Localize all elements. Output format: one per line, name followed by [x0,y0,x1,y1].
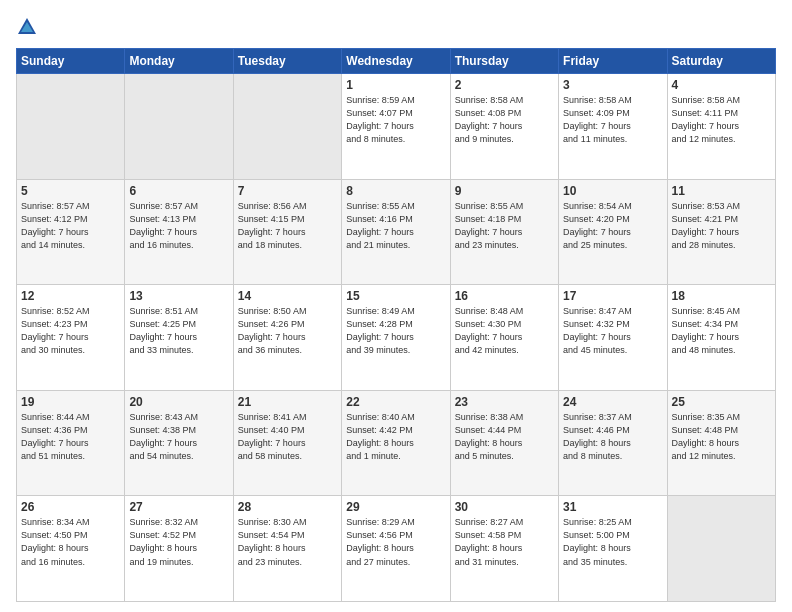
day-number: 26 [21,500,120,514]
day-info: Sunrise: 8:25 AM Sunset: 5:00 PM Dayligh… [563,516,662,568]
day-cell: 26Sunrise: 8:34 AM Sunset: 4:50 PM Dayli… [17,496,125,602]
day-info: Sunrise: 8:40 AM Sunset: 4:42 PM Dayligh… [346,411,445,463]
day-info: Sunrise: 8:57 AM Sunset: 4:12 PM Dayligh… [21,200,120,252]
day-info: Sunrise: 8:56 AM Sunset: 4:15 PM Dayligh… [238,200,337,252]
day-cell: 12Sunrise: 8:52 AM Sunset: 4:23 PM Dayli… [17,285,125,391]
day-cell: 16Sunrise: 8:48 AM Sunset: 4:30 PM Dayli… [450,285,558,391]
day-info: Sunrise: 8:50 AM Sunset: 4:26 PM Dayligh… [238,305,337,357]
day-info: Sunrise: 8:32 AM Sunset: 4:52 PM Dayligh… [129,516,228,568]
day-cell: 18Sunrise: 8:45 AM Sunset: 4:34 PM Dayli… [667,285,775,391]
week-row-5: 26Sunrise: 8:34 AM Sunset: 4:50 PM Dayli… [17,496,776,602]
day-info: Sunrise: 8:44 AM Sunset: 4:36 PM Dayligh… [21,411,120,463]
day-cell: 1Sunrise: 8:59 AM Sunset: 4:07 PM Daylig… [342,74,450,180]
day-cell: 11Sunrise: 8:53 AM Sunset: 4:21 PM Dayli… [667,179,775,285]
calendar-body: 1Sunrise: 8:59 AM Sunset: 4:07 PM Daylig… [17,74,776,602]
day-cell: 5Sunrise: 8:57 AM Sunset: 4:12 PM Daylig… [17,179,125,285]
day-cell: 9Sunrise: 8:55 AM Sunset: 4:18 PM Daylig… [450,179,558,285]
day-cell: 10Sunrise: 8:54 AM Sunset: 4:20 PM Dayli… [559,179,667,285]
day-cell: 30Sunrise: 8:27 AM Sunset: 4:58 PM Dayli… [450,496,558,602]
day-cell: 3Sunrise: 8:58 AM Sunset: 4:09 PM Daylig… [559,74,667,180]
day-number: 11 [672,184,771,198]
day-number: 2 [455,78,554,92]
day-cell: 2Sunrise: 8:58 AM Sunset: 4:08 PM Daylig… [450,74,558,180]
day-number: 17 [563,289,662,303]
day-info: Sunrise: 8:48 AM Sunset: 4:30 PM Dayligh… [455,305,554,357]
day-number: 18 [672,289,771,303]
day-number: 30 [455,500,554,514]
header [16,16,776,38]
day-info: Sunrise: 8:55 AM Sunset: 4:18 PM Dayligh… [455,200,554,252]
day-info: Sunrise: 8:43 AM Sunset: 4:38 PM Dayligh… [129,411,228,463]
day-number: 21 [238,395,337,409]
week-row-2: 5Sunrise: 8:57 AM Sunset: 4:12 PM Daylig… [17,179,776,285]
weekday-friday: Friday [559,49,667,74]
weekday-row: SundayMondayTuesdayWednesdayThursdayFrid… [17,49,776,74]
day-info: Sunrise: 8:58 AM Sunset: 4:09 PM Dayligh… [563,94,662,146]
day-cell [667,496,775,602]
day-number: 24 [563,395,662,409]
day-cell: 28Sunrise: 8:30 AM Sunset: 4:54 PM Dayli… [233,496,341,602]
day-number: 12 [21,289,120,303]
day-cell: 20Sunrise: 8:43 AM Sunset: 4:38 PM Dayli… [125,390,233,496]
day-number: 6 [129,184,228,198]
day-info: Sunrise: 8:30 AM Sunset: 4:54 PM Dayligh… [238,516,337,568]
day-info: Sunrise: 8:53 AM Sunset: 4:21 PM Dayligh… [672,200,771,252]
weekday-wednesday: Wednesday [342,49,450,74]
day-number: 28 [238,500,337,514]
week-row-1: 1Sunrise: 8:59 AM Sunset: 4:07 PM Daylig… [17,74,776,180]
day-info: Sunrise: 8:27 AM Sunset: 4:58 PM Dayligh… [455,516,554,568]
day-cell: 22Sunrise: 8:40 AM Sunset: 4:42 PM Dayli… [342,390,450,496]
day-info: Sunrise: 8:51 AM Sunset: 4:25 PM Dayligh… [129,305,228,357]
day-info: Sunrise: 8:47 AM Sunset: 4:32 PM Dayligh… [563,305,662,357]
day-number: 14 [238,289,337,303]
day-cell: 31Sunrise: 8:25 AM Sunset: 5:00 PM Dayli… [559,496,667,602]
weekday-thursday: Thursday [450,49,558,74]
day-info: Sunrise: 8:35 AM Sunset: 4:48 PM Dayligh… [672,411,771,463]
day-number: 23 [455,395,554,409]
day-info: Sunrise: 8:58 AM Sunset: 4:08 PM Dayligh… [455,94,554,146]
day-cell [125,74,233,180]
day-cell [17,74,125,180]
day-cell: 7Sunrise: 8:56 AM Sunset: 4:15 PM Daylig… [233,179,341,285]
day-info: Sunrise: 8:55 AM Sunset: 4:16 PM Dayligh… [346,200,445,252]
day-info: Sunrise: 8:49 AM Sunset: 4:28 PM Dayligh… [346,305,445,357]
logo [16,16,42,38]
day-info: Sunrise: 8:38 AM Sunset: 4:44 PM Dayligh… [455,411,554,463]
day-cell: 6Sunrise: 8:57 AM Sunset: 4:13 PM Daylig… [125,179,233,285]
day-number: 4 [672,78,771,92]
day-info: Sunrise: 8:34 AM Sunset: 4:50 PM Dayligh… [21,516,120,568]
day-number: 5 [21,184,120,198]
day-number: 7 [238,184,337,198]
day-info: Sunrise: 8:58 AM Sunset: 4:11 PM Dayligh… [672,94,771,146]
day-info: Sunrise: 8:59 AM Sunset: 4:07 PM Dayligh… [346,94,445,146]
weekday-sunday: Sunday [17,49,125,74]
day-number: 15 [346,289,445,303]
day-number: 31 [563,500,662,514]
weekday-tuesday: Tuesday [233,49,341,74]
day-cell: 4Sunrise: 8:58 AM Sunset: 4:11 PM Daylig… [667,74,775,180]
day-number: 3 [563,78,662,92]
day-number: 8 [346,184,445,198]
day-cell: 29Sunrise: 8:29 AM Sunset: 4:56 PM Dayli… [342,496,450,602]
calendar: SundayMondayTuesdayWednesdayThursdayFrid… [16,48,776,602]
day-cell: 23Sunrise: 8:38 AM Sunset: 4:44 PM Dayli… [450,390,558,496]
page: SundayMondayTuesdayWednesdayThursdayFrid… [0,0,792,612]
day-cell: 15Sunrise: 8:49 AM Sunset: 4:28 PM Dayli… [342,285,450,391]
weekday-monday: Monday [125,49,233,74]
day-cell: 14Sunrise: 8:50 AM Sunset: 4:26 PM Dayli… [233,285,341,391]
day-info: Sunrise: 8:37 AM Sunset: 4:46 PM Dayligh… [563,411,662,463]
week-row-3: 12Sunrise: 8:52 AM Sunset: 4:23 PM Dayli… [17,285,776,391]
day-number: 27 [129,500,228,514]
day-number: 13 [129,289,228,303]
logo-icon [16,16,38,38]
day-cell: 25Sunrise: 8:35 AM Sunset: 4:48 PM Dayli… [667,390,775,496]
day-number: 10 [563,184,662,198]
day-info: Sunrise: 8:29 AM Sunset: 4:56 PM Dayligh… [346,516,445,568]
day-info: Sunrise: 8:52 AM Sunset: 4:23 PM Dayligh… [21,305,120,357]
day-number: 29 [346,500,445,514]
week-row-4: 19Sunrise: 8:44 AM Sunset: 4:36 PM Dayli… [17,390,776,496]
day-number: 20 [129,395,228,409]
day-number: 25 [672,395,771,409]
day-cell: 21Sunrise: 8:41 AM Sunset: 4:40 PM Dayli… [233,390,341,496]
day-cell: 13Sunrise: 8:51 AM Sunset: 4:25 PM Dayli… [125,285,233,391]
